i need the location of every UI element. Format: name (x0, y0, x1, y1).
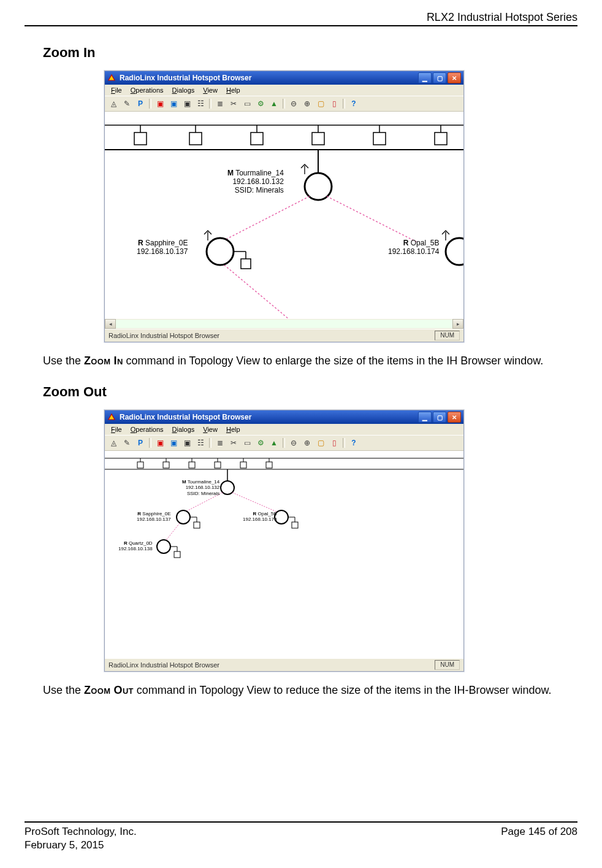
topology-canvas[interactable]: M Tourmaline_14 192.168.10.132 SSID: Min… (105, 451, 463, 658)
screenshot-zoom-in: RadioLinx Industrial Hotspot Browser ▁ ▢… (104, 71, 464, 342)
toolbar-icon[interactable]: ▣ (155, 99, 165, 109)
node-marker: R (403, 239, 409, 247)
window-minimize-button[interactable]: ▁ (418, 72, 432, 83)
status-text: RadioLinx Industrial Hotspot Browser (109, 661, 219, 669)
node-marker: R (138, 239, 143, 247)
running-header: RLX2 Industrial Hotspot Series (25, 11, 577, 25)
window-close-button[interactable]: ✕ (448, 72, 461, 83)
toolbar-icon[interactable]: ☷ (196, 99, 205, 109)
toolbar-icon[interactable]: ▭ (242, 438, 252, 448)
help-icon[interactable]: ? (349, 438, 359, 448)
toolbar-icon[interactable]: ☷ (196, 438, 205, 448)
toolbar-icon[interactable]: ▲ (269, 438, 279, 448)
svg-rect-38 (240, 462, 246, 468)
svg-line-18 (327, 196, 416, 242)
footer-rule (25, 821, 577, 823)
window-close-button[interactable]: ✕ (448, 412, 461, 423)
window-titlebar: RadioLinx Industrial Hotspot Browser ▁ ▢… (105, 71, 463, 85)
help-icon[interactable]: ? (349, 99, 359, 109)
node-ip: 192.168.10.174 (388, 247, 439, 256)
svg-point-25 (446, 238, 463, 265)
scroll-right-button[interactable]: ▸ (452, 319, 463, 329)
node-ip: 192.168.10.132 (232, 177, 283, 186)
svg-line-17 (221, 196, 310, 242)
page-footer: ProSoft Technology, Inc. February 5, 201… (25, 821, 577, 852)
menu-file[interactable]: File (111, 86, 122, 94)
scrollbar[interactable]: ◂ ▸ (105, 319, 463, 329)
toolbar-icon[interactable]: ✂ (229, 438, 238, 448)
toolbar-icon[interactable]: ▭ (242, 99, 252, 109)
zoom-out-icon[interactable]: ⊖ (289, 99, 299, 109)
svg-rect-48 (194, 522, 200, 528)
toolbar-icon[interactable]: ⚙ (256, 99, 265, 109)
toolbar: ◬ ✎ P ▣ ▣ ▣ ☷ ≣ ✂ ▭ ⚙ ▲ ⊖ ⊕ ▢ ▯ ? (105, 96, 463, 112)
toolbar-icon[interactable]: ◬ (109, 438, 118, 448)
window-title: RadioLinx Industrial Hotspot Browser (120, 413, 251, 421)
svg-rect-36 (215, 462, 221, 468)
menu-file[interactable]: File (111, 426, 122, 433)
toolbar-icon[interactable]: ▣ (155, 438, 165, 448)
toolbar-icon[interactable]: P (135, 438, 145, 448)
node-marker: M (182, 479, 186, 485)
toolbar-icon[interactable]: ▣ (182, 438, 192, 448)
menu-view[interactable]: View (203, 86, 218, 94)
svg-rect-11 (373, 133, 386, 145)
node-marker: M (227, 169, 234, 177)
toolbar-icon[interactable]: ▣ (169, 99, 178, 109)
toolbar-icon[interactable]: ▢ (316, 99, 326, 109)
toolbar-icon[interactable]: ≣ (215, 99, 225, 109)
zoom-in-icon[interactable]: ⊕ (302, 438, 312, 448)
toolbar-icon[interactable]: ◬ (109, 99, 118, 109)
svg-rect-34 (189, 462, 195, 468)
toolbar-icon[interactable]: ▣ (182, 99, 192, 109)
menubar: File Operations Dialogs View Help (105, 424, 463, 435)
toolbar-icon[interactable]: ▯ (329, 438, 339, 448)
toolbar-icon[interactable]: ≣ (215, 438, 225, 448)
toolbar: ◬ ✎ P ▣ ▣ ▣ ☷ ≣ ✂ ▭ ⚙ ▲ ⊖ ⊕ ▢ ▯ ? (105, 435, 463, 451)
footer-page: Page 145 of 208 (501, 825, 577, 852)
topology-canvas[interactable]: M Tourmaline_14 192.168.10.132 SSID: Min… (105, 112, 463, 319)
toolbar-icon[interactable]: ▲ (269, 99, 279, 109)
status-text: RadioLinx Industrial Hotspot Browser (109, 332, 219, 339)
window-maximize-button[interactable]: ▢ (433, 72, 446, 83)
node-ip: 192.168.10.137 (137, 247, 188, 256)
app-icon (107, 74, 116, 82)
node-name: Opal_5B (411, 239, 440, 247)
node-ip: 192.168.10.174 (243, 517, 277, 522)
toolbar-icon[interactable]: ▢ (316, 438, 326, 448)
node-name: Tourmaline_14 (188, 479, 219, 485)
svg-rect-5 (189, 133, 202, 145)
menu-view[interactable]: View (203, 426, 218, 433)
svg-point-45 (177, 510, 190, 524)
menu-help[interactable]: Help (226, 426, 240, 433)
svg-point-20 (207, 238, 234, 265)
svg-rect-24 (241, 259, 251, 269)
node-marker: R (124, 540, 128, 546)
toolbar-icon[interactable]: ▣ (169, 438, 178, 448)
menu-operations[interactable]: Operations (131, 426, 164, 433)
statusbar: RadioLinx Industrial Hotspot Browser NUM (105, 329, 463, 342)
toolbar-icon[interactable]: ⚙ (256, 438, 265, 448)
zoom-in-icon[interactable]: ⊕ (302, 99, 312, 109)
toolbar-icon[interactable]: P (135, 99, 145, 109)
svg-rect-3 (134, 133, 147, 145)
svg-point-15 (305, 173, 332, 200)
zoom-in-paragraph: Use the Zoom In command in Topology View… (43, 353, 559, 368)
window-maximize-button[interactable]: ▢ (433, 412, 446, 423)
toolbar-icon[interactable]: ✎ (122, 99, 132, 109)
menu-dialogs[interactable]: Dialogs (172, 426, 195, 433)
svg-rect-32 (163, 462, 169, 468)
window-minimize-button[interactable]: ▁ (418, 412, 432, 423)
menu-help[interactable]: Help (226, 86, 240, 94)
toolbar-icon[interactable]: ✎ (122, 438, 132, 448)
svg-point-42 (221, 481, 234, 494)
node-ssid: SSID: Minerals (187, 491, 219, 496)
toolbar-icon[interactable]: ✂ (229, 99, 238, 109)
toolbar-icon[interactable]: ▯ (329, 99, 339, 109)
node-ip: 192.168.10.137 (137, 517, 171, 522)
menu-operations[interactable]: Operations (131, 86, 164, 94)
scroll-left-button[interactable]: ◂ (105, 319, 116, 329)
menu-dialogs[interactable]: Dialogs (172, 86, 195, 94)
svg-rect-13 (435, 133, 447, 145)
zoom-out-icon[interactable]: ⊖ (289, 438, 299, 448)
